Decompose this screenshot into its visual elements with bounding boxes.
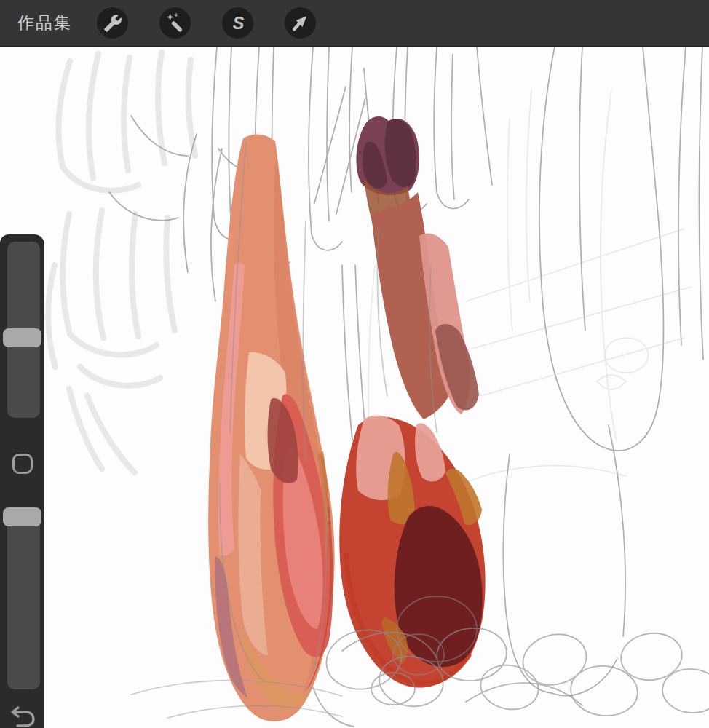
svg-text:S: S — [233, 13, 245, 32]
painting-app-window: 作品集 S — [0, 0, 709, 728]
toolbar-buttons: S — [97, 7, 316, 39]
left-bud-painting — [208, 134, 334, 721]
modify-button[interactable] — [12, 454, 33, 474]
right-bud-painting — [339, 116, 485, 688]
brush-size-slider[interactable] — [7, 242, 40, 418]
undo-button[interactable] — [9, 705, 36, 728]
artwork — [0, 47, 709, 728]
toolbar: 作品集 S — [0, 0, 709, 47]
gallery-button[interactable]: 作品集 — [17, 12, 72, 34]
actions-button[interactable] — [97, 7, 128, 39]
opacity-slider[interactable] — [7, 507, 40, 689]
magic-wand-icon — [159, 7, 191, 39]
brush-size-handle[interactable] — [3, 328, 41, 347]
transform-arrow-icon — [285, 7, 316, 39]
adjustments-button[interactable] — [159, 7, 191, 39]
selection-button[interactable]: S — [222, 7, 253, 39]
graphite-petal-cluster — [48, 52, 195, 472]
transform-button[interactable] — [285, 7, 316, 39]
undo-arrow-icon — [9, 705, 36, 728]
canvas-area[interactable] — [0, 47, 709, 728]
sidebar-controls — [0, 234, 44, 728]
wrench-icon — [103, 14, 122, 33]
selection-s-icon: S — [222, 7, 253, 39]
opacity-handle[interactable] — [3, 507, 41, 526]
